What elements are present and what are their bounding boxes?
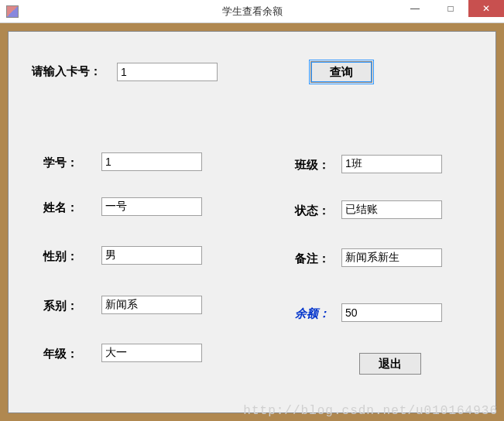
window-buttons: — □ ✕	[397, 0, 504, 17]
form-panel: 请输入卡号： 查询 学号： 姓名： 性别： 系别： 年级： 班级： 状态： 备注…	[8, 31, 496, 413]
card-number-label: 请输入卡号：	[32, 64, 101, 79]
balance-field[interactable]	[341, 303, 442, 322]
watermark-text: http://blog.csdn.net/u010164936	[243, 404, 498, 418]
close-button[interactable]: ✕	[468, 0, 504, 17]
gender-label: 性别：	[43, 249, 78, 264]
department-label: 系别：	[43, 299, 78, 313]
balance-label: 余额：	[295, 306, 330, 321]
app-icon	[6, 5, 19, 18]
gender-field[interactable]	[101, 246, 202, 265]
minimize-button[interactable]: —	[397, 0, 433, 17]
remark-label: 备注：	[295, 252, 330, 266]
query-button[interactable]: 查询	[310, 61, 372, 83]
grade-field[interactable]	[101, 344, 202, 362]
class-label: 班级：	[295, 158, 330, 173]
exit-button[interactable]: 退出	[359, 353, 421, 375]
status-label: 状态：	[295, 204, 330, 218]
card-number-input[interactable]	[117, 63, 218, 81]
titlebar: 学生查看余额 — □ ✕	[0, 0, 504, 23]
name-label: 姓名：	[43, 200, 78, 215]
name-field[interactable]	[101, 197, 202, 216]
maximize-button[interactable]: □	[433, 0, 468, 17]
grade-label: 年级：	[43, 347, 78, 361]
student-id-label: 学号：	[43, 156, 78, 170]
student-id-field[interactable]	[101, 152, 202, 171]
status-field[interactable]	[341, 200, 442, 219]
class-field[interactable]	[341, 155, 442, 173]
remark-field[interactable]	[341, 248, 442, 267]
department-field[interactable]	[101, 296, 202, 314]
